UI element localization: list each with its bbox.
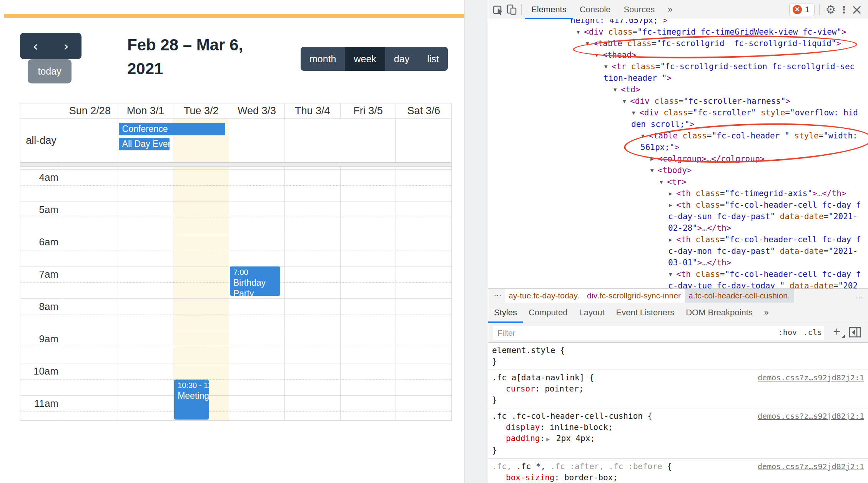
inspect-icon[interactable] — [492, 3, 505, 16]
day-header-cell[interactable]: Sun 2/28 — [62, 103, 118, 118]
dom-tree-line[interactable]: c-day-tue fc-day-today " data-date="202 — [488, 280, 868, 288]
css-property[interactable]: padding:▶ 2px 4px; — [492, 433, 864, 445]
day-header-cell[interactable]: Sat 3/6 — [396, 103, 451, 118]
timed-event[interactable]: 7:00Birthday Party — [230, 266, 281, 296]
devtools-tab-console[interactable]: Console — [573, 0, 617, 19]
styles-filter-input[interactable] — [493, 326, 824, 340]
prev-button[interactable]: ‹ — [20, 33, 51, 59]
dom-tree-line[interactable]: c-day-sun fc-day-past" data-date="2021- — [488, 211, 868, 222]
devtools-tab-elements[interactable]: Elements — [525, 0, 573, 19]
dom-tree-line[interactable]: ▶<colgroup>…</colgroup> — [488, 153, 868, 165]
expand-arrow-open-icon[interactable]: ▼ — [586, 38, 593, 49]
dom-tree-line[interactable]: ▶<th class="fc-col-header-cell fc-day f — [488, 199, 868, 211]
expand-arrow-open-icon[interactable]: ▼ — [641, 130, 649, 142]
expand-property-icon[interactable]: ▶ — [545, 436, 551, 443]
sidebar-tab-computed[interactable]: Computed — [523, 303, 574, 323]
expand-arrow-closed-icon[interactable]: ▶ — [669, 188, 676, 199]
expand-arrow-open-icon[interactable]: ▼ — [650, 165, 658, 176]
view-button-day[interactable]: day — [385, 47, 418, 71]
dom-tree-line[interactable]: ▼<tr class="fc-scrollgrid-section fc-scr… — [488, 61, 868, 72]
dom-tree-line[interactable]: ▼<table class="fc-col-header " style="wi… — [488, 130, 868, 142]
allday-event[interactable]: Conference — [119, 123, 225, 135]
expand-arrow-closed-icon[interactable]: ▶ — [669, 199, 676, 211]
day-header-cell[interactable]: Thu 3/4 — [285, 103, 341, 118]
all-day-cell[interactable] — [284, 119, 340, 162]
view-button-week[interactable]: week — [345, 47, 385, 71]
new-style-rule-button[interactable]: + — [833, 325, 840, 339]
hover-state-toggle[interactable]: :hov — [778, 328, 797, 337]
dom-tree-line[interactable]: ▼<table class="fc-scrollgrid fc-scrollgr… — [488, 38, 868, 49]
expand-arrow-closed-icon[interactable]: ▶ — [650, 153, 658, 165]
css-rule-source-link[interactable]: demos.css?z…s92jd82j2:1 — [758, 372, 864, 383]
devtools-tab-»[interactable]: » — [661, 0, 679, 19]
view-button-month[interactable]: month — [301, 47, 345, 71]
css-rule-selector[interactable]: element.style { — [492, 345, 864, 356]
expand-arrow-open-icon[interactable]: ▼ — [614, 84, 621, 95]
gear-icon[interactable]: ⚙ — [824, 3, 837, 16]
dom-tree-line[interactable]: c-day-mon fc-day-past" data-date="2021- — [488, 245, 868, 257]
error-badge[interactable]: ✕ 1 — [789, 3, 815, 16]
time-grid-day-column[interactable] — [341, 167, 396, 420]
sidebar-tab-event-listeners[interactable]: Event Listeners — [610, 303, 680, 323]
dom-tree-line[interactable]: ▼<td> — [488, 84, 868, 95]
sidebar-tab-styles[interactable]: Styles — [488, 303, 523, 323]
dom-tree-line[interactable]: ▼<th class="fc-col-header-cell fc-day f — [488, 268, 868, 280]
sidebar-tab-dom-breakpoints[interactable]: DOM Breakpoints — [680, 303, 758, 323]
expand-arrow-open-icon[interactable]: ▼ — [595, 49, 602, 61]
css-property[interactable]: cursor: pointer; — [492, 383, 864, 395]
day-header-cell[interactable]: Tue 3/2 — [173, 103, 229, 118]
breadcrumb-item[interactable]: div.fc-scrollgrid-sync-inner — [583, 289, 685, 303]
day-header-cell[interactable]: Wed 3/3 — [229, 103, 285, 118]
css-property[interactable]: display: inline-block; — [492, 422, 864, 433]
css-rule-source-link[interactable]: demos.css?z…s92jd82j2:1 — [758, 411, 864, 422]
time-grid-day-column[interactable] — [118, 167, 174, 420]
class-toggle[interactable]: .cls — [803, 328, 822, 337]
time-grid-day-column[interactable] — [396, 167, 451, 420]
expand-arrow-open-icon[interactable]: ▼ — [669, 268, 676, 280]
kebab-menu-icon[interactable]: ⋮ — [837, 3, 850, 16]
dom-tree-line[interactable]: ▼<div class="fc-scroller" style="overflo… — [488, 107, 868, 118]
breadcrumb-overflow-right[interactable]: … — [851, 289, 868, 303]
expand-arrow-closed-icon[interactable]: ▶ — [669, 234, 676, 245]
expand-arrow-open-icon[interactable]: ▼ — [632, 107, 639, 118]
dom-tree-line[interactable]: ▼<div class="fc-timegrid fc-timeGridWeek… — [488, 26, 868, 38]
time-grid-day-column[interactable] — [285, 167, 341, 420]
css-rule-source-link[interactable]: demos.css?z…s92jd82j2:1 — [758, 461, 864, 472]
time-grid-day-column[interactable] — [62, 167, 118, 420]
sidebar-pane-toggle-icon[interactable] — [849, 326, 862, 340]
timed-event[interactable]: 10:30 - 12:30Meeting — [174, 380, 209, 420]
allday-event[interactable]: All Day Event — [119, 138, 170, 150]
all-day-cell[interactable] — [396, 119, 451, 162]
expand-arrow-open-icon[interactable]: ▼ — [604, 61, 612, 72]
dom-tree-line[interactable]: 03-01">…</th> — [488, 257, 868, 268]
dom-tree-line[interactable]: ▶<th class="fc-timegrid-axis">…</th> — [488, 188, 868, 199]
dom-tree-line[interactable]: ▼<thead> — [488, 49, 868, 61]
dom-tree-line[interactable]: ▶<th class="fc-col-header-cell fc-day f — [488, 234, 868, 245]
all-day-cell[interactable] — [340, 119, 396, 162]
close-icon[interactable]: × — [850, 3, 863, 16]
dom-tree-line[interactable]: 561px;"> — [488, 142, 868, 153]
expand-arrow-open-icon[interactable]: ▼ — [623, 95, 630, 107]
today-button[interactable]: today — [28, 59, 72, 83]
next-button[interactable]: › — [51, 33, 81, 59]
breadcrumb-overflow-left[interactable]: … — [491, 289, 505, 303]
view-button-list[interactable]: list — [418, 47, 448, 71]
sidebar-tab--[interactable]: » — [758, 303, 775, 323]
devtools-tab-sources[interactable]: Sources — [617, 0, 661, 19]
day-header-cell[interactable]: Mon 3/1 — [118, 103, 174, 118]
expand-arrow-open-icon[interactable]: ▼ — [577, 26, 584, 38]
expand-arrow-open-icon[interactable]: ▼ — [660, 176, 667, 188]
sidebar-tab-layout[interactable]: Layout — [573, 303, 610, 323]
dom-tree-line[interactable]: 02-28">…</th> — [488, 222, 868, 234]
breadcrumb-item[interactable]: a.fc-col-header-cell-cushion. — [685, 289, 794, 303]
dom-tree-line[interactable]: ▼<tbody> — [488, 165, 868, 176]
dom-tree-line[interactable]: ▼<tr> — [488, 176, 868, 188]
day-header-cell[interactable]: Fri 3/5 — [341, 103, 396, 118]
dom-tree-line[interactable]: ▼<div class="fc-scroller-harness"> — [488, 95, 868, 107]
css-property[interactable]: box-sizing: border-box; — [492, 472, 864, 483]
breadcrumb-item[interactable]: ay-tue.fc-day-today. — [505, 289, 583, 303]
dom-tree-line[interactable]: height: 417.057px;"> — [488, 19, 868, 26]
device-toolbar-icon[interactable] — [505, 3, 518, 16]
all-day-cell[interactable] — [229, 119, 285, 162]
dom-tree-line[interactable]: den scroll;"> — [488, 118, 868, 130]
